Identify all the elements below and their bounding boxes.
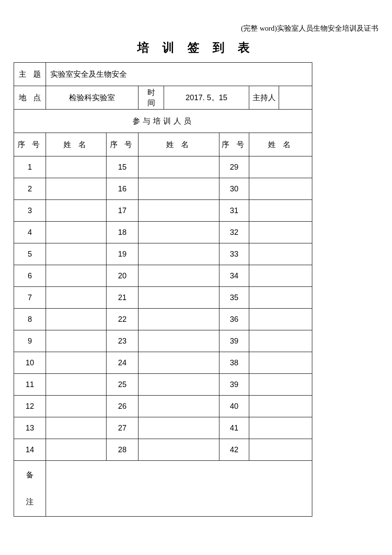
name-cell: [249, 178, 312, 200]
name-cell: [249, 156, 312, 178]
seq-cell: 23: [107, 330, 138, 352]
seq-cell: 33: [219, 243, 249, 265]
name-cell: [138, 309, 219, 330]
remark-label: 备注: [14, 461, 46, 517]
seq-cell: 6: [14, 265, 46, 287]
name-cell: [249, 374, 312, 396]
seq-cell: 10: [14, 352, 46, 374]
name-cell: [249, 330, 312, 352]
seq-cell: 34: [219, 265, 249, 287]
name-cell: [138, 156, 219, 178]
seq-cell: 25: [107, 374, 138, 396]
name-cell: [138, 374, 219, 396]
seq-cell: 8: [14, 309, 46, 330]
table-row: 62034: [14, 265, 312, 287]
name-cell: [46, 374, 107, 396]
name-cell: [46, 417, 107, 439]
seq-cell: 36: [219, 309, 249, 330]
name-cell: [138, 330, 219, 352]
seq-cell: 20: [107, 265, 138, 287]
table-row: 72135: [14, 287, 312, 309]
col-name-2: 姓 名: [138, 133, 219, 156]
col-seq-3: 序 号: [219, 133, 249, 156]
seq-cell: 18: [107, 222, 138, 243]
name-cell: [138, 222, 219, 243]
name-cell: [138, 178, 219, 200]
time-value: 2017. 5。15: [164, 86, 249, 110]
name-cell: [46, 330, 107, 352]
seq-cell: 39: [219, 330, 249, 352]
name-cell: [46, 178, 107, 200]
table-row: 82236: [14, 309, 312, 330]
name-cell: [138, 417, 219, 439]
seq-cell: 2: [14, 178, 46, 200]
table-row: 11529: [14, 156, 312, 178]
seq-cell: 30: [219, 178, 249, 200]
seq-cell: 42: [219, 439, 249, 461]
seq-cell: 24: [107, 352, 138, 374]
name-cell: [138, 287, 219, 309]
table-row: 31731: [14, 200, 312, 222]
table-row: 41832: [14, 222, 312, 243]
name-cell: [138, 200, 219, 222]
name-cell: [249, 287, 312, 309]
seq-cell: 17: [107, 200, 138, 222]
name-cell: [46, 396, 107, 417]
seq-cell: 13: [14, 417, 46, 439]
name-cell: [138, 439, 219, 461]
name-cell: [249, 265, 312, 287]
seq-cell: 32: [219, 222, 249, 243]
name-cell: [46, 265, 107, 287]
seq-cell: 15: [107, 156, 138, 178]
table-row: 92339: [14, 330, 312, 352]
name-cell: [249, 396, 312, 417]
table-row: 21630: [14, 178, 312, 200]
name-cell: [249, 439, 312, 461]
seq-cell: 22: [107, 309, 138, 330]
name-cell: [249, 222, 312, 243]
name-cell: [249, 243, 312, 265]
seq-cell: 12: [14, 396, 46, 417]
location-value: 检验科实验室: [46, 86, 138, 110]
seq-cell: 4: [14, 222, 46, 243]
host-label: 主持人: [249, 86, 279, 110]
location-label: 地 点: [14, 86, 46, 110]
seq-cell: 19: [107, 243, 138, 265]
seq-cell: 39: [219, 374, 249, 396]
table-row: 122640: [14, 396, 312, 417]
name-cell: [46, 287, 107, 309]
page-title: 培 训 签 到 表: [9, 40, 383, 56]
host-value: [279, 86, 312, 110]
topic-label: 主 题: [14, 63, 46, 86]
participants-header: 参与培训人员: [14, 110, 312, 133]
table-row: 112539: [14, 374, 312, 396]
header-note: (完整 word)实验室人员生物安全培训及证书: [9, 23, 383, 33]
seq-cell: 27: [107, 417, 138, 439]
time-label: 时 间: [138, 86, 164, 110]
name-cell: [138, 265, 219, 287]
col-seq-2: 序 号: [107, 133, 138, 156]
remark-char-1: 备: [26, 471, 34, 479]
seq-cell: 14: [14, 439, 46, 461]
name-cell: [138, 352, 219, 374]
name-cell: [46, 222, 107, 243]
seq-cell: 29: [219, 156, 249, 178]
col-name-1: 姓 名: [46, 133, 107, 156]
name-cell: [46, 352, 107, 374]
seq-cell: 28: [107, 439, 138, 461]
name-cell: [249, 352, 312, 374]
signin-table: 主 题 实验室安全及生物安全 地 点 检验科实验室 时 间 2017. 5。15…: [14, 62, 312, 517]
table-row: 102438: [14, 352, 312, 374]
seq-cell: 9: [14, 330, 46, 352]
name-cell: [249, 417, 312, 439]
seq-cell: 1: [14, 156, 46, 178]
table-row: 51933: [14, 243, 312, 265]
remark-value: [46, 461, 312, 517]
seq-cell: 31: [219, 200, 249, 222]
col-name-3: 姓 名: [249, 133, 312, 156]
name-cell: [46, 309, 107, 330]
seq-cell: 5: [14, 243, 46, 265]
topic-value: 实验室安全及生物安全: [46, 63, 312, 86]
name-cell: [46, 243, 107, 265]
name-cell: [249, 200, 312, 222]
